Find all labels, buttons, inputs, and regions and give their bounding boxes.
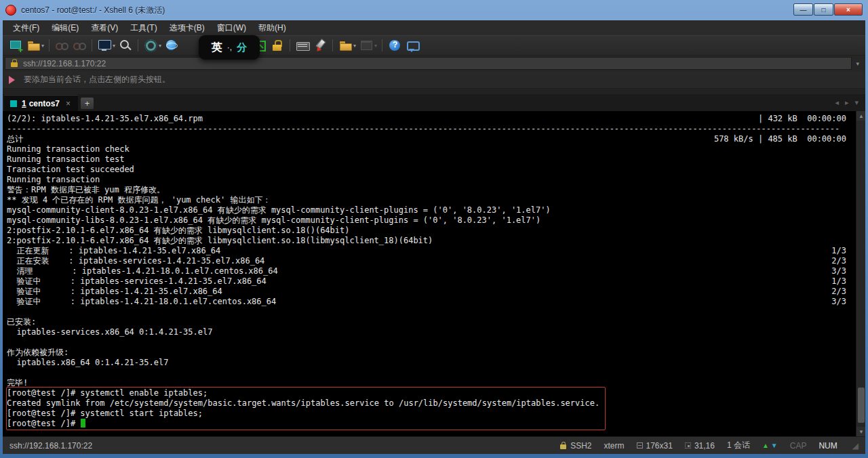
toolbar-separator (290, 39, 290, 51)
web-icon[interactable] (163, 37, 180, 54)
status-protocol: SSH2 (570, 441, 591, 451)
dropdown-arrow-icon[interactable]: ▾ (353, 43, 356, 49)
minimize-button[interactable]: — (793, 3, 813, 16)
toolbar-separator (332, 39, 333, 51)
tab-close-icon[interactable]: × (64, 99, 72, 108)
title-bar[interactable]: centos7 - root@test:/ - Xshell 6 (未激活) (0, 0, 868, 20)
dropdown-arrow-icon[interactable]: ▾ (41, 43, 44, 49)
properties-icon[interactable]: ▾ (142, 37, 163, 54)
keyboard-icon[interactable] (294, 37, 311, 54)
resize-grip[interactable]: ◢ (852, 441, 859, 451)
highlighter-icon (313, 38, 328, 53)
window-title: centos7 - root@test:/ - Xshell 6 (未激活) (21, 5, 165, 16)
upload-arrow-icon: ▲ (762, 442, 769, 449)
terminal-line: iptables.x86_64 0:1.4.21-35.el7 (7, 358, 850, 368)
maximize-button[interactable]: □ (814, 3, 833, 16)
lock-icon[interactable] (269, 37, 286, 54)
terminal-line (7, 368, 850, 378)
new-terminal-icon (97, 38, 112, 53)
chat-icon[interactable] (403, 37, 421, 54)
ime-mode-indicator: 英 (212, 41, 222, 55)
status-term-type: xterm (604, 441, 625, 451)
terminal-line: mysql-community-libs-8.0.23-1.el7.x86_64… (7, 215, 850, 226)
caps-lock-indicator: CAP (790, 441, 807, 451)
open-folder-icon[interactable]: ▾ (24, 37, 45, 54)
address-field[interactable]: ssh://192.168.1.170:22 (5, 57, 852, 70)
menu-item-4[interactable]: 选项卡(B) (163, 20, 211, 36)
ssh-lock-icon (559, 442, 567, 450)
terminal-line: 验证中 : iptables-1.4.21-18.0.1.el7.centos.… (7, 297, 850, 307)
xshell-window: centos7 - root@test:/ - Xshell 6 (未激活) —… (0, 0, 868, 458)
tab-list-icon[interactable]: ▾ (854, 98, 859, 107)
dropdown-arrow-icon[interactable]: ▾ (159, 43, 161, 49)
toolbar-separator (49, 39, 50, 51)
terminal-line (7, 337, 850, 348)
new-tab-button[interactable]: + (81, 98, 94, 109)
disconnect-icon (54, 38, 69, 53)
lock-icon (10, 59, 18, 68)
ime-width-icon: 分 (237, 41, 247, 54)
disconnect-icon (53, 37, 71, 54)
scroll-up-icon[interactable]: ▲ (856, 111, 865, 121)
dropdown-arrow-icon[interactable]: ▾ (374, 43, 377, 49)
dropdown-arrow-icon[interactable]: ▾ (113, 43, 115, 49)
add-session-arrow-icon[interactable] (9, 76, 19, 84)
ime-status-popup[interactable]: 英 ·, 分 (199, 35, 260, 60)
scrollbar-thumb[interactable] (858, 388, 865, 423)
address-dropdown-icon[interactable]: ▾ (852, 60, 863, 67)
menu-item-2[interactable]: 查看(V) (85, 20, 124, 36)
new-session-icon (8, 38, 23, 53)
layout-icon (359, 38, 374, 53)
menu-bar: 文件(F)编辑(E)查看(V)工具(T)选项卡(B)窗口(W)帮助(H) (3, 20, 865, 35)
new-terminal-icon[interactable]: ▾ (96, 37, 117, 54)
terminal-scrollbar[interactable]: ▲ ▼ (856, 111, 865, 436)
terminal-line: Running transaction (7, 175, 850, 185)
terminal[interactable]: (2/2): iptables-1.4.21-35.el7.x86_64.rpm… (3, 111, 865, 436)
tab-scroll-left-icon[interactable]: ◂ (835, 98, 839, 107)
num-lock-indicator: NUM (818, 441, 837, 451)
tab-scroll-right-icon[interactable]: ▸ (845, 98, 849, 107)
terminal-line: [root@test /]# (7, 419, 850, 429)
terminal-line: Transaction test succeeded (7, 165, 850, 175)
find-icon[interactable] (117, 37, 134, 54)
terminal-size-icon (637, 442, 643, 449)
download-arrow-icon: ▼ (771, 442, 778, 449)
session-url: ssh://192.168.1.170:22 (23, 59, 106, 68)
terminal-line: 验证中 : iptables-1.4.21-35.el7.x86_642/3 (7, 287, 850, 297)
terminal-line: Running transaction test (7, 154, 850, 165)
terminal-content: (2/2): iptables-1.4.21-35.el7.x86_64.rpm… (3, 111, 856, 436)
terminal-line: 2:postfix-2.10.1-6.el7.x86_64 有缺少的需求 lib… (7, 236, 850, 246)
help-icon (387, 38, 402, 53)
scroll-down-icon[interactable]: ▼ (856, 427, 865, 436)
help-icon[interactable] (386, 37, 403, 54)
session-status-icon (10, 100, 17, 107)
transfer-folder-icon (338, 38, 353, 53)
reconnect-icon (71, 37, 88, 54)
tab-centos7[interactable]: 1centos7 × (4, 95, 78, 111)
terminal-line: iptables-services.x86_64 0:1.4.21-35.el7 (7, 327, 850, 337)
terminal-line: 完毕! (7, 378, 850, 388)
terminal-line: 2:postfix-2.10.1-6.el7.x86_64 有缺少的需求 lib… (7, 226, 850, 236)
highlighter-icon[interactable] (311, 37, 329, 54)
new-session-icon[interactable] (7, 37, 24, 54)
address-bar: ssh://192.168.1.170:22 ▾ (3, 56, 865, 71)
terminal-line: 正在更新 : iptables-1.4.21-35.el7.x86_641/3 (7, 246, 850, 256)
status-protocol-group: SSH2 (559, 441, 591, 451)
xshell-logo-icon (5, 5, 16, 16)
terminal-line: [root@test /]# systemctl enable iptables… (7, 388, 850, 398)
terminal-line: Running transaction check (7, 144, 850, 154)
toolbar-separator (138, 39, 138, 51)
menu-item-1[interactable]: 编辑(E) (45, 20, 85, 36)
transfer-folder-icon[interactable]: ▾ (336, 37, 357, 54)
tab-label: 1centos7 (22, 99, 60, 108)
open-folder-icon (26, 38, 41, 53)
client-area: 文件(F)编辑(E)查看(V)工具(T)选项卡(B)窗口(W)帮助(H) ▾▾▾… (3, 20, 865, 454)
menu-item-0[interactable]: 文件(F) (7, 20, 45, 36)
menu-item-3[interactable]: 工具(T) (124, 20, 163, 36)
menu-item-6[interactable]: 帮助(H) (252, 20, 292, 36)
chat-icon (405, 38, 420, 53)
keyboard-icon (295, 38, 310, 53)
menu-item-5[interactable]: 窗口(W) (211, 20, 252, 36)
close-button[interactable]: × (834, 3, 863, 16)
cursor-position-icon (685, 442, 691, 449)
